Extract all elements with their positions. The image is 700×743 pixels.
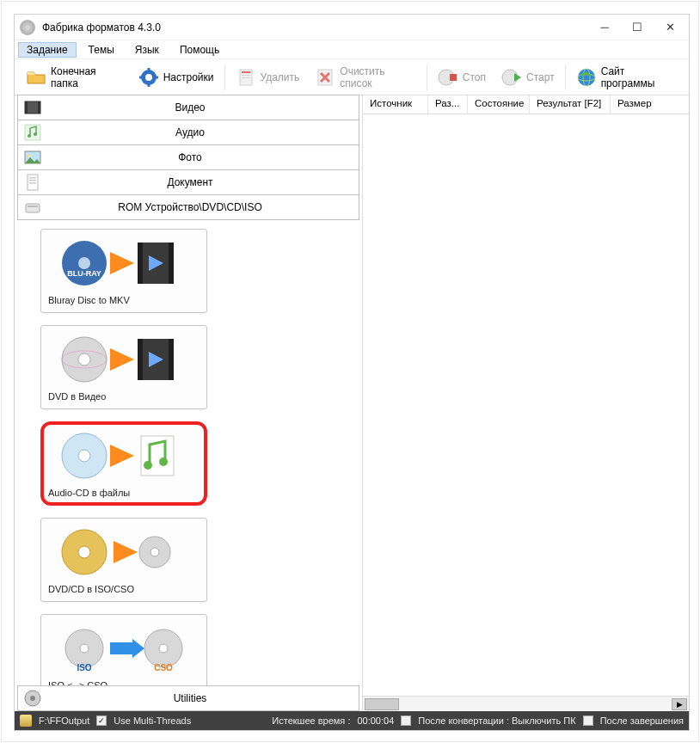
- svg-rect-12: [450, 74, 457, 81]
- svg-marker-14: [514, 73, 521, 82]
- rom-card-label: DVD/CD в ISO/CSO: [48, 584, 200, 594]
- delete-button[interactable]: Удалить: [228, 63, 308, 92]
- svg-rect-30: [26, 204, 40, 212]
- svg-marker-50: [110, 445, 134, 467]
- svg-text:BLU-RAY: BLU-RAY: [67, 269, 101, 278]
- scroll-right-arrow[interactable]: ▶: [672, 698, 687, 710]
- col-status[interactable]: Состояние: [468, 95, 530, 114]
- output-path[interactable]: F:\FFOutput: [39, 715, 89, 726]
- col-size-in[interactable]: Раз...: [428, 95, 468, 114]
- after-conv-label: После конвертации : Выключить ПК: [418, 715, 575, 726]
- dvdiso-icon: [48, 525, 200, 579]
- output-folder-label: Конечная папка: [51, 65, 123, 89]
- multithreads-checkbox[interactable]: ✓: [96, 715, 107, 726]
- svg-marker-35: [110, 252, 134, 274]
- menu-lang[interactable]: Язык: [126, 42, 168, 58]
- svg-rect-19: [25, 101, 28, 114]
- svg-rect-9: [242, 77, 250, 78]
- multithreads-label: Use Multi-Threads: [114, 715, 191, 726]
- svg-rect-28: [29, 180, 36, 181]
- rom-card-dvdiso[interactable]: DVD/CD в ISO/CSO: [40, 518, 207, 602]
- clear-list-button[interactable]: Очистить список: [307, 63, 424, 92]
- col-result[interactable]: Результат [F2]: [530, 95, 611, 114]
- svg-marker-62: [110, 639, 144, 658]
- settings-button[interactable]: Настройки: [131, 63, 222, 92]
- svg-rect-27: [29, 177, 36, 179]
- svg-rect-20: [38, 101, 40, 114]
- dvd-icon: [48, 333, 200, 386]
- rom-content: BLU-RAYBluray Disc to MKVDVD в ВидеоAudi…: [15, 220, 362, 685]
- accordion-photo[interactable]: Фото: [17, 144, 359, 170]
- accordion-document-label: Документ: [47, 176, 359, 188]
- menu-themes[interactable]: Темы: [80, 42, 123, 58]
- svg-point-55: [78, 546, 90, 558]
- svg-text:CSO: CSO: [154, 663, 173, 672]
- column-headers: Источник Раз... Состояние Результат [F2]…: [363, 95, 689, 114]
- svg-rect-29: [29, 182, 36, 184]
- output-folder-icon[interactable]: [20, 715, 32, 727]
- start-label: Старт: [526, 71, 555, 83]
- svg-point-41: [78, 353, 90, 365]
- svg-rect-31: [28, 206, 38, 207]
- clear-label: Очистить список: [340, 65, 416, 89]
- accordion-utilities[interactable]: Utilities: [17, 685, 359, 711]
- svg-point-60: [80, 644, 89, 653]
- col-source[interactable]: Источник: [363, 95, 428, 114]
- rom-card-label: Audio-CD в файлы: [48, 488, 200, 498]
- website-button[interactable]: Сайт программы: [568, 63, 685, 92]
- svg-point-67: [30, 696, 35, 701]
- svg-point-52: [144, 461, 152, 470]
- rom-card-dvd[interactable]: DVD в Видео: [40, 325, 207, 409]
- globe-icon: [576, 67, 597, 88]
- menu-help[interactable]: Помощь: [171, 42, 228, 58]
- rom-card-audiocd[interactable]: Audio-CD в файлы: [40, 421, 207, 506]
- stop-button[interactable]: Стоп: [430, 63, 494, 92]
- horizontal-scrollbar[interactable]: ▶: [363, 696, 689, 711]
- accordion-rom[interactable]: ROM Устройство\DVD\CD\ISO: [17, 194, 359, 220]
- svg-point-33: [78, 257, 90, 269]
- svg-rect-38: [169, 243, 174, 284]
- rom-card-bluray[interactable]: BLU-RAYBluray Disc to MKV: [40, 229, 207, 313]
- svg-point-64: [159, 644, 168, 653]
- audiocd-icon: [48, 429, 200, 482]
- after-conv-checkbox[interactable]: [401, 715, 411, 726]
- elapsed-label: Истекшее время :: [272, 715, 350, 726]
- app-icon: [20, 20, 35, 35]
- settings-label: Настройки: [163, 71, 214, 83]
- statusbar: F:\FFOutput ✓ Use Multi-Threads Истекшее…: [15, 711, 689, 730]
- col-size-out[interactable]: Размер: [611, 95, 689, 114]
- output-folder-button[interactable]: Конечная папка: [18, 63, 131, 92]
- svg-rect-46: [169, 339, 174, 380]
- svg-point-25: [28, 154, 31, 157]
- scroll-thumb[interactable]: [365, 698, 399, 710]
- audio-icon: [23, 123, 42, 142]
- isocso-icon: ISOCSO: [48, 622, 200, 675]
- accordion-rom-label: ROM Устройство\DVD\CD\ISO: [47, 201, 359, 213]
- accordion-audio[interactable]: Аудио: [17, 120, 359, 145]
- drive-icon: [23, 198, 42, 217]
- utilities-icon: [23, 689, 42, 708]
- accordion-document[interactable]: Документ: [17, 169, 359, 195]
- rom-card-label: DVD в Видео: [48, 391, 200, 402]
- rom-card-isocso[interactable]: ISOCSOISO <--> CSO: [40, 614, 207, 685]
- svg-point-1: [145, 74, 152, 81]
- rom-card-label: Bluray Disc to MKV: [48, 295, 200, 305]
- accordion-photo-label: Фото: [47, 151, 359, 163]
- svg-rect-37: [138, 243, 143, 284]
- menu-task[interactable]: Задание: [18, 42, 77, 58]
- start-button[interactable]: Старт: [494, 63, 562, 92]
- minimize-button[interactable]: ─: [594, 21, 615, 34]
- maximize-button[interactable]: ☐: [627, 21, 648, 34]
- left-pane: Видео Аудио Фото Документ: [15, 95, 363, 711]
- main-area: Видео Аудио Фото Документ: [15, 95, 689, 711]
- after-done-checkbox[interactable]: [583, 715, 593, 726]
- svg-point-23: [34, 132, 37, 136]
- svg-point-15: [578, 69, 595, 86]
- clear-icon: [315, 67, 335, 88]
- stop-label: Стоп: [463, 71, 486, 83]
- accordion-video[interactable]: Видео: [17, 95, 359, 120]
- close-button[interactable]: ✕: [660, 21, 680, 34]
- folder-icon: [26, 67, 46, 88]
- video-icon: [23, 98, 42, 117]
- svg-rect-8: [242, 75, 250, 76]
